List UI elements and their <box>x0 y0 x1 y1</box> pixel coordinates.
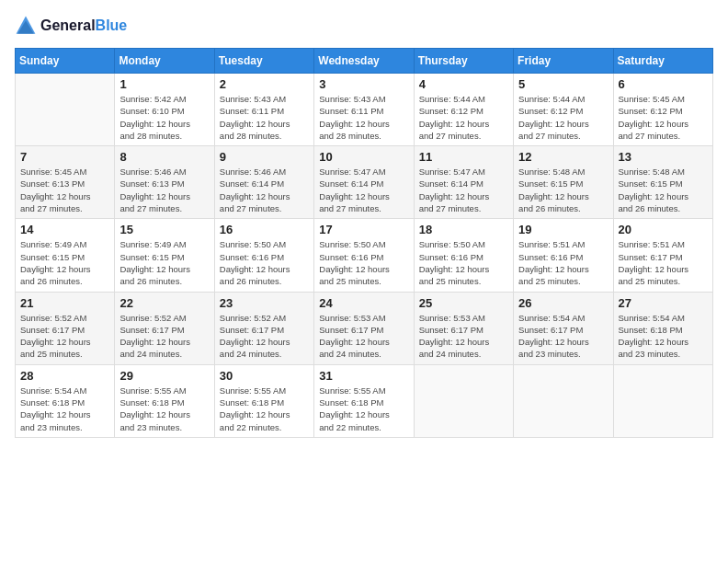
calendar-cell <box>16 74 115 146</box>
day-info: Sunrise: 5:51 AM Sunset: 6:17 PM Dayligh… <box>619 238 708 287</box>
calendar-cell: 29Sunrise: 5:55 AM Sunset: 6:18 PM Dayli… <box>115 364 214 437</box>
day-info: Sunrise: 5:52 AM Sunset: 6:17 PM Dayligh… <box>220 312 309 361</box>
day-number: 14 <box>20 223 109 236</box>
day-info: Sunrise: 5:48 AM Sunset: 6:15 PM Dayligh… <box>518 166 608 214</box>
logo: GeneralBlue <box>15 15 127 37</box>
day-info: Sunrise: 5:49 AM Sunset: 6:15 PM Dayligh… <box>20 238 109 287</box>
calendar-cell: 30Sunrise: 5:55 AM Sunset: 6:18 PM Dayli… <box>214 364 313 437</box>
calendar-cell: 7Sunrise: 5:45 AM Sunset: 6:13 PM Daylig… <box>16 146 115 219</box>
day-number: 9 <box>220 150 309 164</box>
day-number: 21 <box>20 296 109 310</box>
calendar-header-row: SundayMondayTuesdayWednesdayThursdayFrid… <box>16 49 713 74</box>
calendar-cell: 5Sunrise: 5:44 AM Sunset: 6:12 PM Daylig… <box>514 74 613 146</box>
calendar-cell <box>613 364 712 437</box>
day-info: Sunrise: 5:54 AM Sunset: 6:17 PM Dayligh… <box>518 312 608 361</box>
day-info: Sunrise: 5:49 AM Sunset: 6:15 PM Dayligh… <box>119 238 209 287</box>
day-info: Sunrise: 5:44 AM Sunset: 6:12 PM Dayligh… <box>518 93 608 142</box>
day-header-sunday: Sunday <box>16 49 115 74</box>
calendar-cell: 10Sunrise: 5:47 AM Sunset: 6:14 PM Dayli… <box>314 146 414 219</box>
calendar-cell: 23Sunrise: 5:52 AM Sunset: 6:17 PM Dayli… <box>214 292 313 364</box>
calendar-week-4: 21Sunrise: 5:52 AM Sunset: 6:17 PM Dayli… <box>16 292 713 364</box>
day-info: Sunrise: 5:54 AM Sunset: 6:18 PM Dayligh… <box>20 385 109 433</box>
calendar-cell: 22Sunrise: 5:52 AM Sunset: 6:17 PM Dayli… <box>115 292 214 364</box>
day-number: 29 <box>119 369 209 383</box>
day-info: Sunrise: 5:53 AM Sunset: 6:17 PM Dayligh… <box>419 312 508 361</box>
calendar-week-1: 1Sunrise: 5:42 AM Sunset: 6:10 PM Daylig… <box>16 74 713 146</box>
calendar-cell: 18Sunrise: 5:50 AM Sunset: 6:16 PM Dayli… <box>414 219 513 292</box>
day-info: Sunrise: 5:45 AM Sunset: 6:13 PM Dayligh… <box>20 166 109 214</box>
day-number: 27 <box>619 296 708 310</box>
page-header: GeneralBlue <box>15 15 713 37</box>
calendar-cell: 20Sunrise: 5:51 AM Sunset: 6:17 PM Dayli… <box>613 219 712 292</box>
day-header-thursday: Thursday <box>414 49 513 74</box>
day-number: 11 <box>419 150 508 164</box>
day-header-monday: Monday <box>115 49 214 74</box>
day-info: Sunrise: 5:47 AM Sunset: 6:14 PM Dayligh… <box>419 166 508 214</box>
day-number: 19 <box>518 223 608 236</box>
calendar-week-2: 7Sunrise: 5:45 AM Sunset: 6:13 PM Daylig… <box>16 146 713 219</box>
day-number: 24 <box>319 296 408 310</box>
calendar-cell <box>514 364 613 437</box>
day-info: Sunrise: 5:46 AM Sunset: 6:14 PM Dayligh… <box>220 166 309 214</box>
calendar-cell: 6Sunrise: 5:45 AM Sunset: 6:12 PM Daylig… <box>613 74 712 146</box>
logo-icon <box>15 15 37 37</box>
calendar-cell: 28Sunrise: 5:54 AM Sunset: 6:18 PM Dayli… <box>16 364 115 437</box>
calendar-cell: 24Sunrise: 5:53 AM Sunset: 6:17 PM Dayli… <box>314 292 414 364</box>
day-number: 25 <box>419 296 508 310</box>
calendar-cell: 31Sunrise: 5:55 AM Sunset: 6:18 PM Dayli… <box>314 364 414 437</box>
day-header-friday: Friday <box>514 49 613 74</box>
day-info: Sunrise: 5:43 AM Sunset: 6:11 PM Dayligh… <box>220 93 309 142</box>
calendar-cell: 27Sunrise: 5:54 AM Sunset: 6:18 PM Dayli… <box>613 292 712 364</box>
calendar: SundayMondayTuesdayWednesdayThursdayFrid… <box>15 48 713 438</box>
day-number: 30 <box>220 369 309 383</box>
day-number: 17 <box>319 223 408 236</box>
day-number: 2 <box>220 77 309 91</box>
calendar-cell: 13Sunrise: 5:48 AM Sunset: 6:15 PM Dayli… <box>613 146 712 219</box>
calendar-cell: 21Sunrise: 5:52 AM Sunset: 6:17 PM Dayli… <box>16 292 115 364</box>
day-info: Sunrise: 5:51 AM Sunset: 6:16 PM Dayligh… <box>518 238 608 287</box>
day-number: 18 <box>419 223 508 236</box>
calendar-week-3: 14Sunrise: 5:49 AM Sunset: 6:15 PM Dayli… <box>16 219 713 292</box>
day-number: 10 <box>319 150 408 164</box>
calendar-week-5: 28Sunrise: 5:54 AM Sunset: 6:18 PM Dayli… <box>16 364 713 437</box>
day-info: Sunrise: 5:47 AM Sunset: 6:14 PM Dayligh… <box>319 166 408 214</box>
day-info: Sunrise: 5:48 AM Sunset: 6:15 PM Dayligh… <box>619 166 708 214</box>
calendar-cell: 2Sunrise: 5:43 AM Sunset: 6:11 PM Daylig… <box>214 74 313 146</box>
day-number: 20 <box>619 223 708 236</box>
day-number: 31 <box>319 369 408 383</box>
day-info: Sunrise: 5:52 AM Sunset: 6:17 PM Dayligh… <box>20 312 109 361</box>
day-number: 1 <box>119 77 209 91</box>
day-number: 22 <box>119 296 209 310</box>
day-info: Sunrise: 5:50 AM Sunset: 6:16 PM Dayligh… <box>220 238 309 287</box>
calendar-cell: 26Sunrise: 5:54 AM Sunset: 6:17 PM Dayli… <box>514 292 613 364</box>
day-info: Sunrise: 5:54 AM Sunset: 6:18 PM Dayligh… <box>619 312 708 361</box>
day-number: 15 <box>119 223 209 236</box>
day-number: 8 <box>119 150 209 164</box>
logo-text: GeneralBlue <box>40 17 127 34</box>
day-info: Sunrise: 5:53 AM Sunset: 6:17 PM Dayligh… <box>319 312 408 361</box>
day-info: Sunrise: 5:55 AM Sunset: 6:18 PM Dayligh… <box>119 385 209 433</box>
day-info: Sunrise: 5:55 AM Sunset: 6:18 PM Dayligh… <box>319 385 408 433</box>
calendar-cell: 12Sunrise: 5:48 AM Sunset: 6:15 PM Dayli… <box>514 146 613 219</box>
calendar-cell: 19Sunrise: 5:51 AM Sunset: 6:16 PM Dayli… <box>514 219 613 292</box>
calendar-cell: 1Sunrise: 5:42 AM Sunset: 6:10 PM Daylig… <box>115 74 214 146</box>
day-number: 4 <box>419 77 508 91</box>
calendar-cell: 9Sunrise: 5:46 AM Sunset: 6:14 PM Daylig… <box>214 146 313 219</box>
day-header-wednesday: Wednesday <box>314 49 414 74</box>
day-info: Sunrise: 5:43 AM Sunset: 6:11 PM Dayligh… <box>319 93 408 142</box>
day-info: Sunrise: 5:50 AM Sunset: 6:16 PM Dayligh… <box>419 238 508 287</box>
calendar-cell: 17Sunrise: 5:50 AM Sunset: 6:16 PM Dayli… <box>314 219 414 292</box>
day-number: 5 <box>518 77 608 91</box>
day-number: 7 <box>20 150 109 164</box>
calendar-cell: 11Sunrise: 5:47 AM Sunset: 6:14 PM Dayli… <box>414 146 513 219</box>
day-info: Sunrise: 5:52 AM Sunset: 6:17 PM Dayligh… <box>119 312 209 361</box>
day-number: 23 <box>220 296 309 310</box>
day-info: Sunrise: 5:46 AM Sunset: 6:13 PM Dayligh… <box>119 166 209 214</box>
calendar-cell <box>414 364 513 437</box>
day-number: 12 <box>518 150 608 164</box>
day-info: Sunrise: 5:50 AM Sunset: 6:16 PM Dayligh… <box>319 238 408 287</box>
calendar-cell: 16Sunrise: 5:50 AM Sunset: 6:16 PM Dayli… <box>214 219 313 292</box>
day-number: 3 <box>319 77 408 91</box>
day-number: 26 <box>518 296 608 310</box>
day-info: Sunrise: 5:45 AM Sunset: 6:12 PM Dayligh… <box>619 93 708 142</box>
